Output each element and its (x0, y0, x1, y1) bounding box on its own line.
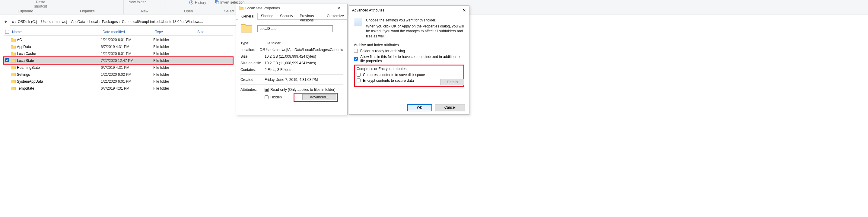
file-date: 1/21/2020 6:01 PM (101, 52, 153, 56)
file-type: File folder (153, 59, 195, 63)
breadcrumb-segment[interactable]: OSDisk (C:) (17, 20, 38, 24)
ok-button[interactable]: OK (407, 104, 432, 112)
cancel-button[interactable]: Cancel (435, 104, 465, 112)
folder-icon (239, 6, 244, 10)
details-button[interactable]: Details (440, 79, 464, 85)
breadcrumb-segment[interactable]: « (11, 20, 14, 24)
file-type: File folder (153, 45, 195, 49)
index-checkbox[interactable] (354, 57, 358, 61)
chevron-right-icon: › (14, 20, 17, 24)
archive-ready-checkbox[interactable] (354, 49, 358, 53)
compress-checkbox[interactable] (356, 73, 361, 77)
file-date: 6/7/2019 4:31 PM (101, 45, 153, 49)
ribbon-group-clipboard: Clipboard (0, 9, 51, 13)
file-row[interactable]: LocalState7/27/2020 12:47 PMFile folder (4, 57, 233, 64)
chevron-right-icon: › (68, 20, 70, 24)
breadcrumb-segment[interactable]: Users (40, 20, 51, 24)
tab-customize[interactable]: Customize (323, 12, 347, 19)
advanced-intro-1: Choose the settings you want for this fo… (366, 18, 464, 23)
encrypt-label: Encrypt contents to secure data (363, 79, 414, 83)
tab-previous-versions[interactable]: Previous Versions (296, 12, 323, 19)
attributes-icon (354, 18, 362, 26)
ribbon-group-new: New (124, 9, 166, 13)
file-row[interactable]: AC1/21/2020 6:01 PMFile folder (4, 36, 233, 43)
disk-label: Size on disk: (241, 61, 265, 65)
history-icon (189, 0, 194, 5)
up-button[interactable] (3, 19, 8, 25)
folder-large-icon (241, 23, 252, 33)
file-date: 1/21/2020 6:02 PM (101, 72, 153, 77)
file-row[interactable]: Settings1/21/2020 6:02 PMFile folder (4, 71, 233, 78)
file-name: SystemAppData (16, 80, 101, 84)
folder-icon (10, 86, 16, 90)
column-size[interactable]: Size (195, 30, 220, 34)
created-label: Created: (241, 78, 265, 82)
archive-ready-label: Folder is ready for archiving (360, 49, 405, 53)
svg-rect-2 (216, 1, 219, 4)
close-button[interactable]: ✕ (463, 8, 466, 13)
tab-security[interactable]: Security (277, 12, 296, 19)
file-name: LocalState (16, 59, 101, 63)
file-row[interactable]: LocalCache1/21/2020 6:01 PMFile folder (4, 50, 233, 57)
file-date: 1/21/2020 6:01 PM (101, 80, 153, 84)
archive-header: Archive and Index attributes (354, 43, 464, 47)
column-type[interactable]: Type (153, 30, 195, 34)
breadcrumb-segment[interactable]: Packages (101, 20, 119, 24)
tab-sharing[interactable]: Sharing (258, 12, 277, 19)
file-date: 6/7/2019 4:31 PM (101, 65, 153, 70)
history-button[interactable]: History (187, 0, 208, 5)
location-value: C:\Users\mattwoj\AppData\Local\Packages\… (259, 48, 343, 52)
file-list: AC1/21/2020 6:01 PMFile folderAppData6/7… (4, 36, 233, 92)
chevron-right-icon: › (119, 20, 121, 24)
size-label: Size: (241, 54, 265, 59)
contains-label: Contains: (241, 68, 265, 72)
folder-icon (10, 72, 16, 76)
new-folder-button[interactable]: New folder (127, 0, 148, 4)
file-row[interactable]: TempState6/7/2019 4:31 PMFile folder (4, 85, 233, 92)
readonly-label: Read-only (Only applies to files in fold… (270, 88, 336, 92)
column-date[interactable]: Date modified (101, 30, 153, 34)
file-date: 1/21/2020 6:01 PM (101, 38, 153, 42)
advanced-button-highlight: Advanced... (294, 94, 337, 101)
column-headers: Name Date modified Type Size (4, 28, 233, 36)
file-row[interactable]: RoamingState6/7/2019 4:31 PMFile folder (4, 64, 233, 71)
tab-general[interactable]: General (238, 13, 258, 20)
row-checkbox[interactable] (5, 58, 9, 62)
hidden-checkbox[interactable] (265, 95, 269, 99)
breadcrumb-segment[interactable]: mattwoj (54, 20, 68, 24)
advanced-titlebar[interactable]: Advanced Attributes ✕ (349, 6, 469, 15)
close-button[interactable]: ✕ (333, 6, 345, 10)
chevron-right-icon: › (86, 20, 88, 24)
file-type: File folder (153, 72, 195, 77)
file-name: TempState (16, 86, 101, 91)
file-row[interactable]: AppData6/7/2019 4:31 PMFile folder (4, 43, 233, 50)
file-type: File folder (153, 52, 195, 56)
folder-name-input[interactable] (257, 25, 333, 32)
ribbon-group-organize: Organize (51, 9, 123, 13)
file-type: File folder (153, 86, 195, 91)
paste-shortcut-button[interactable]: Paste shortcut (30, 0, 51, 8)
file-name: AppData (16, 45, 101, 49)
encrypt-checkbox[interactable] (356, 79, 361, 83)
breadcrumb-segment[interactable]: CanonicalGroupLimited.Ubuntu18.04onWindo… (121, 20, 204, 24)
folder-icon (10, 45, 16, 49)
properties-titlebar[interactable]: LocalState Properties ✕ (236, 4, 347, 12)
advanced-button[interactable]: Advanced... (302, 94, 336, 100)
size-value: 10.2 GB (11,008,999,424 bytes) (265, 54, 343, 59)
file-row[interactable]: SystemAppData1/21/2020 6:01 PMFile folde… (4, 78, 233, 85)
file-name: LocalCache (16, 52, 101, 56)
breadcrumb[interactable]: «›OSDisk (C:)›Users›mattwoj›AppData›Loca… (10, 18, 239, 26)
type-value: File folder (265, 41, 343, 45)
breadcrumb-segment[interactable]: AppData (71, 20, 86, 24)
type-label: Type: (241, 41, 265, 45)
column-name[interactable]: Name (10, 30, 101, 34)
folder-icon (10, 59, 16, 62)
properties-title: LocalState Properties (245, 6, 280, 10)
select-all-checkbox[interactable] (5, 30, 9, 34)
hidden-label: Hidden (270, 95, 282, 99)
breadcrumb-segment[interactable]: Local (89, 20, 99, 24)
file-name: AC (16, 38, 101, 42)
chevron-right-icon: › (98, 20, 101, 24)
folder-icon (10, 38, 16, 42)
readonly-checkbox[interactable] (265, 88, 269, 92)
